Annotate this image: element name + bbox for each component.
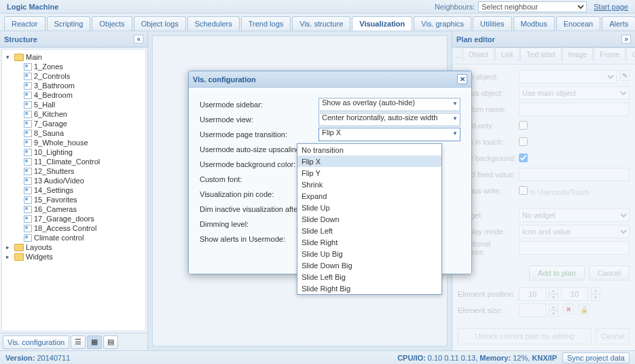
modal-close-icon[interactable]: ✕ [457, 74, 467, 84]
tree-item-17-garage-doors[interactable]: 17_Garage_doors [3, 214, 144, 223]
widget-select[interactable]: No widget [519, 208, 630, 222]
send-fixed-input[interactable] [519, 168, 630, 181]
no-write-checkbox[interactable] [519, 186, 528, 195]
dropdown-option-slide-down[interactable]: Slide Down [297, 213, 441, 225]
page-transition-dropdown[interactable]: No transitionFlip XFlip YShrinkExpandSli… [297, 143, 442, 295]
delete-icon[interactable]: ✖ [563, 304, 574, 314]
plan-tab-gau[interactable]: Gau [626, 48, 635, 61]
tree-item-12-shutters[interactable]: 12_Shutters [3, 166, 144, 176]
thumbnail-view-icon[interactable]: ▤ [103, 335, 118, 349]
tab-trend-logs[interactable]: Trend logs [241, 16, 291, 31]
main-tabs: ReactorScriptingObjectsObject logsSchedu… [0, 14, 635, 31]
modal-select-0[interactable]: Show as overlay (auto-hide) [319, 98, 460, 111]
dropdown-option-slide-right[interactable]: Slide Right [297, 236, 441, 248]
plan-editor-header: Plan editor » [452, 31, 635, 48]
tab-vis-graphics[interactable]: Vis. graphics [414, 16, 471, 31]
tree-item-9-whole-house[interactable]: 9_Whole_house [3, 138, 144, 147]
dropdown-option-expand[interactable]: Expand [297, 190, 441, 202]
dropdown-option-flip-x[interactable]: Flip X [297, 156, 441, 167]
cancel-unlock-button[interactable]: Cancel [596, 328, 630, 344]
tree-item-15-favorites[interactable]: 15_Favorites [3, 195, 144, 204]
tree-folder-widgets[interactable]: ▸Widgets [3, 252, 144, 261]
dropdown-option-no-transition[interactable]: No transition [297, 144, 441, 156]
plan-tab-link[interactable]: Link [495, 48, 520, 61]
pos-y-down-icon[interactable]: ▼ [591, 294, 600, 301]
tree-item-1-zones[interactable]: 1_Zones [3, 62, 144, 71]
pos-y-input[interactable] [561, 287, 588, 301]
size-w-input[interactable] [519, 304, 546, 317]
read-only-checkbox[interactable] [519, 121, 528, 130]
hide-bg-checkbox[interactable] [519, 153, 528, 162]
expand-panel-icon[interactable]: » [621, 35, 631, 43]
dropdown-option-slide-right-big[interactable]: Slide Right Big [297, 283, 441, 294]
page-icon [24, 130, 32, 137]
modal-select-2[interactable]: Flip X [319, 128, 460, 141]
dropdown-option-slide-down-big[interactable]: Slide Down Big [297, 259, 441, 271]
tree-folder-main[interactable]: ▾Main [3, 52, 144, 62]
add-classes-input[interactable] [519, 241, 630, 255]
dropdown-option-flip-y[interactable]: Flip Y [297, 167, 441, 179]
modal-select-1[interactable]: Center horizontally, auto-size width [319, 113, 460, 126]
custom-name-input[interactable] [519, 103, 630, 116]
tree-item-3-bathroom[interactable]: 3_Bathroom [3, 81, 144, 90]
vis-config-button[interactable]: Vis. configuration [3, 335, 69, 349]
status-object-select[interactable]: Use main object [519, 86, 630, 100]
modal-header[interactable]: Vis. configuration ✕ [189, 71, 471, 88]
plan-tab-object[interactable]: Object [462, 48, 494, 61]
plan-tab-frame[interactable]: Frame [594, 48, 625, 61]
dropdown-option-slide-up[interactable]: Slide Up [297, 202, 441, 213]
main-object-select[interactable] [519, 70, 617, 84]
tab-objects[interactable]: Objects [92, 16, 132, 31]
pos-x-down-icon[interactable]: ▼ [549, 294, 558, 301]
sync-project-button[interactable]: Sync project data [562, 352, 630, 363]
tree-item-18-access-control[interactable]: 18_Access Control [3, 223, 144, 233]
tree-item-7-garage[interactable]: 7_Garage [3, 119, 144, 128]
grid-view-icon[interactable]: ▦ [87, 335, 102, 349]
tree-item-8-sauna[interactable]: 8_Sauna [3, 128, 144, 138]
tab-modbus[interactable]: Modbus [513, 16, 555, 31]
size-w-down-icon[interactable]: ▼ [549, 310, 558, 317]
start-page-link[interactable]: Start page [594, 3, 628, 11]
tab-scripting[interactable]: Scripting [47, 16, 91, 31]
tree-item-10-lighting[interactable]: 10_Lighting [3, 147, 144, 157]
tab-object-logs[interactable]: Object logs [134, 16, 186, 31]
unlock-plan-button[interactable]: Unlock current plan for editing [458, 328, 592, 344]
tree-item-13-audio-video[interactable]: 13 Audio/Video [3, 176, 144, 185]
tab-vis-structure[interactable]: Vis. structure [292, 16, 350, 31]
cancel-button[interactable]: Cancel [589, 266, 630, 280]
tab-schedulers[interactable]: Schedulers [187, 16, 240, 31]
pos-y-up-icon[interactable]: ▲ [591, 287, 600, 294]
tab-reactor[interactable]: Reactor [4, 16, 46, 31]
dropdown-option-slide-left[interactable]: Slide Left [297, 225, 441, 236]
dropdown-option-slide-left-big[interactable]: Slide Left Big [297, 271, 441, 283]
tree-item-climate-control[interactable]: Climate control [3, 233, 144, 242]
tree-folder-layouts[interactable]: ▸Layouts [3, 242, 144, 252]
tree-item-5-hall[interactable]: 5_Hall [3, 100, 144, 109]
plan-tab-text-label[interactable]: Text label [520, 48, 561, 61]
tree-item-4-bedroom[interactable]: 4_Bedroom [3, 90, 144, 100]
tree-item-2-controls[interactable]: 2_Controls [3, 71, 144, 81]
tab-alerts[interactable]: Alerts [602, 16, 635, 31]
tree-item-6-kitchen[interactable]: 6_Kitchen [3, 109, 144, 119]
collapse-sidebar-icon[interactable]: « [134, 35, 143, 43]
pos-x-up-icon[interactable]: ▲ [549, 287, 558, 294]
tree-item-16-cameras[interactable]: 16_Cameras [3, 204, 144, 214]
pos-x-input[interactable] [519, 287, 546, 301]
list-view-icon[interactable]: ☰ [71, 335, 86, 349]
dropdown-option-slide-up-big[interactable]: Slide Up Big [297, 248, 441, 259]
display-mode-select[interactable]: Icon and value [519, 225, 630, 238]
tab-utilities[interactable]: Utilities [473, 16, 511, 31]
size-w-up-icon[interactable]: ▲ [549, 304, 558, 310]
tree-item-14-settings[interactable]: 14_Settings [3, 185, 144, 195]
tree-item-11-climate-control[interactable]: 11_Climate_Control [3, 157, 144, 166]
lock-icon[interactable]: 🔒 [579, 304, 589, 314]
add-to-plan-button[interactable]: Add to plan [529, 266, 585, 280]
dropdown-option-shrink[interactable]: Shrink [297, 179, 441, 190]
plan-tab-image[interactable]: Image [562, 48, 594, 61]
edit-object-icon[interactable]: ✎ [620, 70, 630, 81]
hide-touch-checkbox[interactable] [519, 137, 528, 146]
tab-enocean[interactable]: Enocean [556, 16, 600, 31]
tab-visualization[interactable]: Visualization [352, 16, 412, 31]
tabs-scroll-left-icon[interactable]: ← [455, 50, 462, 64]
neighbour-select[interactable]: Select neighbour [478, 1, 587, 12]
